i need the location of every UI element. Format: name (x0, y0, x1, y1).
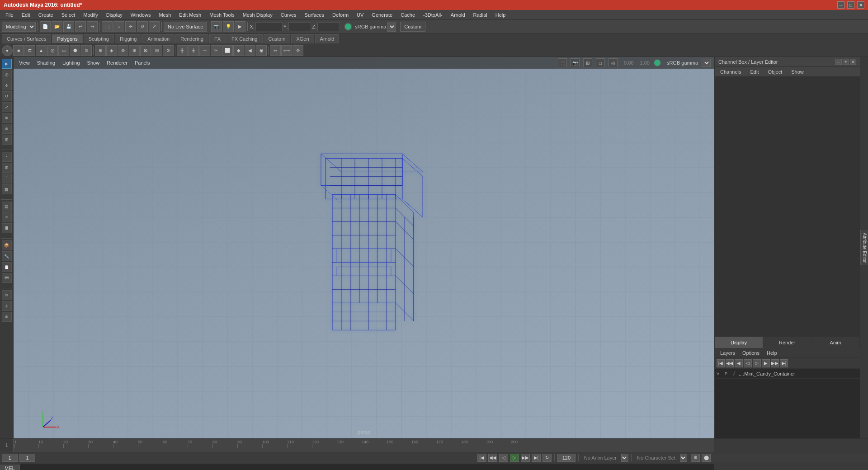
menu-arnold[interactable]: Arnold (447, 11, 469, 19)
vp-select-all-btn[interactable]: ⬚ (558, 58, 567, 67)
timeline-ruler[interactable]: 1 10 20 30 40 50 60 70 80 90 100 110 120… (14, 439, 714, 452)
curve-snap-btn[interactable]: ⌒ (2, 174, 12, 183)
step-back-btn[interactable]: ◀◀ (488, 454, 497, 462)
tab-help-layers[interactable]: Help (765, 349, 779, 357)
tab-edit[interactable]: Edit (746, 68, 762, 75)
anim-layer-select[interactable]: ▼ (621, 454, 628, 462)
tab-object[interactable]: Object (764, 68, 786, 75)
frame-end-input[interactable] (557, 454, 576, 462)
tab-fx[interactable]: FX (209, 34, 226, 43)
cylinder-btn[interactable]: ⊏ (24, 45, 35, 56)
outliner-left-btn[interactable]: 📋 (2, 262, 12, 272)
extrude-btn[interactable]: ⊕ (95, 45, 106, 56)
next-anim-btn[interactable]: ▶| (780, 359, 788, 367)
menu-windows[interactable]: Windows (127, 11, 155, 19)
tab-channels[interactable]: Channels (717, 68, 745, 75)
settings-btn[interactable]: ⚙ (691, 454, 700, 462)
fill-btn[interactable]: ⬜ (222, 45, 233, 56)
vp-menu-lighting[interactable]: Lighting (61, 59, 82, 66)
menu-file[interactable]: File (2, 11, 17, 19)
mel-tab[interactable]: MEL (0, 465, 20, 470)
vp-grid-btn[interactable]: ⊞ (583, 58, 592, 67)
gamma-select[interactable]: ▼ (387, 22, 396, 32)
vp-smooth-btn[interactable]: ◎ (609, 58, 618, 67)
menu-curves[interactable]: Curves (277, 11, 300, 19)
tab-polygons[interactable]: Polygons (52, 34, 82, 43)
universal-manip-btn[interactable]: ⊕ (2, 113, 12, 123)
tumble-btn[interactable]: ↻ (2, 290, 12, 300)
menu-help[interactable]: Help (492, 11, 509, 19)
light-btn[interactable]: 💡 (223, 21, 234, 32)
plane-btn[interactable]: ▭ (58, 45, 69, 56)
tab-rigging[interactable]: Rigging (115, 34, 142, 43)
mirror-btn[interactable]: ⟺ (281, 45, 292, 56)
undo-btn[interactable]: ↩ (75, 21, 86, 32)
move-left-btn[interactable]: ✛ (2, 80, 12, 90)
menu-select[interactable]: Select (58, 11, 79, 19)
lasso-btn[interactable]: ○ (113, 21, 124, 32)
sculpt-sym-btn[interactable]: ⊜ (292, 45, 303, 56)
tab-animation[interactable]: Animation (142, 34, 175, 43)
menu-radial[interactable]: Radial (470, 11, 491, 19)
circularize-btn[interactable]: ◉ (256, 45, 267, 56)
play-back-btn[interactable]: ◁ (744, 359, 752, 367)
tab-sculpting[interactable]: Sculpting (84, 34, 114, 43)
bridge-btn[interactable]: ⊗ (118, 45, 128, 56)
x-input[interactable] (255, 22, 283, 31)
vertex-snap-btn[interactable]: ⋅ (2, 152, 12, 162)
render-btn[interactable]: ▶ (235, 21, 245, 32)
go-end-btn[interactable]: ▶| (532, 454, 541, 462)
play-fwd-transport-btn[interactable]: ▷ (510, 454, 519, 462)
cube-btn[interactable]: ■ (13, 45, 24, 56)
boolean-btn[interactable]: ⊘ (163, 45, 174, 56)
tab-render[interactable]: Render (763, 337, 811, 348)
vp-menu-renderer[interactable]: Renderer (105, 59, 129, 66)
play-back-transport-btn[interactable]: ◁ (499, 454, 508, 462)
vp-wireframe-btn[interactable]: □ (596, 58, 605, 67)
frame-start-input[interactable] (19, 454, 35, 462)
vp-menu-panels[interactable]: Panels (133, 59, 152, 66)
menu-create[interactable]: Create (35, 11, 57, 19)
soft-mod-btn[interactable]: ⊛ (2, 124, 12, 134)
menu-3dtoall[interactable]: -3DtoAll- (420, 11, 446, 19)
insert-edge-btn[interactable]: ╫ (177, 45, 188, 56)
channel-box-close-btn[interactable]: ✕ (850, 59, 856, 65)
attribute-editor-tab[interactable]: Attribute Editor (860, 57, 868, 438)
anim-layer-btn[interactable]: ≡ (2, 212, 12, 222)
vp-menu-show[interactable]: Show (85, 59, 102, 66)
vp-menu-shading[interactable]: Shading (35, 59, 57, 66)
menu-display[interactable]: Display (103, 11, 126, 19)
tab-arnold[interactable]: Arnold (315, 34, 340, 43)
sphere-btn[interactable]: ● (2, 45, 13, 56)
minimize-button[interactable]: ─ (837, 1, 844, 9)
cone-btn[interactable]: ▲ (36, 45, 47, 56)
prev-anim-btn[interactable]: |◀ (717, 359, 725, 367)
z-input[interactable] (317, 22, 340, 31)
menu-surfaces[interactable]: Surfaces (301, 11, 328, 19)
step-fwd-btn[interactable]: ▶▶ (521, 454, 530, 462)
prev-key-btn[interactable]: ◀◀ (726, 359, 734, 367)
mode-dropdown[interactable]: Modeling (2, 22, 36, 32)
rotate-btn[interactable]: ↺ (137, 21, 148, 32)
loop-btn[interactable]: ↻ (542, 454, 552, 462)
layer-row-0[interactable]: V P ╱ ...:Mint_Candy_Container (715, 369, 860, 379)
custom-button[interactable]: Custom (400, 22, 425, 32)
next-frame-btn[interactable]: ▶ (762, 359, 770, 367)
menu-deform[interactable]: Deform (329, 11, 352, 19)
menu-edit[interactable]: Edit (18, 11, 34, 19)
menu-generate[interactable]: Generate (368, 11, 396, 19)
uv-editor-left-btn[interactable]: 🗺 (2, 273, 12, 283)
render-layer-btn[interactable]: ≣ (2, 223, 12, 233)
menu-uv[interactable]: UV (353, 11, 367, 19)
close-button[interactable]: ✕ (857, 1, 864, 9)
slide-edge-btn[interactable]: ═ (199, 45, 210, 56)
rotate-left-btn[interactable]: ↺ (2, 91, 12, 101)
scale-btn[interactable]: ⤢ (149, 21, 160, 32)
open-btn[interactable]: 📂 (52, 21, 62, 32)
viewport[interactable]: View Shading Lighting Show Renderer Pane… (14, 57, 714, 438)
torus-btn[interactable]: ◎ (47, 45, 58, 56)
combine-btn[interactable]: ⊠ (140, 45, 151, 56)
vp-menu-view[interactable]: View (17, 59, 32, 66)
maximize-button[interactable]: □ (847, 1, 854, 9)
bevel-btn[interactable]: ◈ (106, 45, 117, 56)
